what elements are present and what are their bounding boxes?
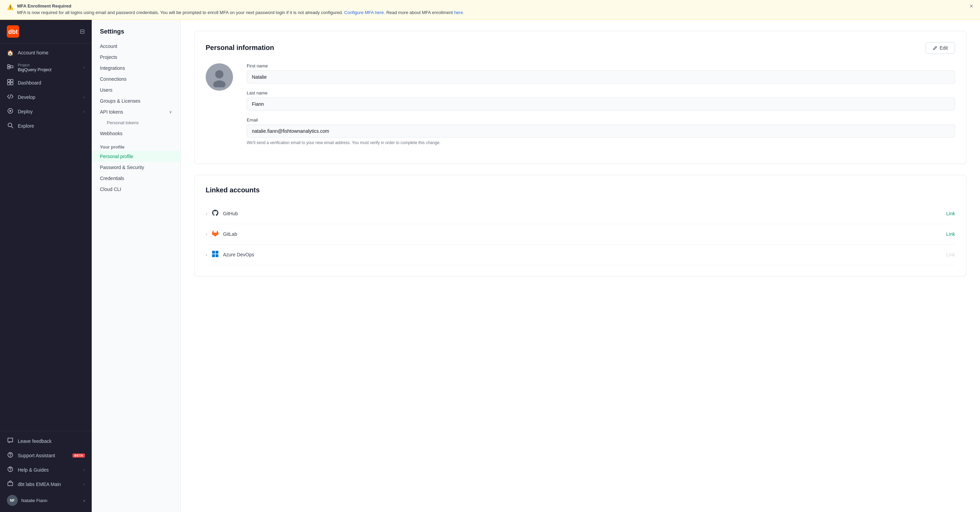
settings-nav-webhooks[interactable]: Webhooks (92, 128, 180, 139)
svg-rect-16 (8, 482, 13, 486)
content-area: Personal information Edit (181, 20, 980, 512)
sidebar-item-dashboard[interactable]: Dashboard (0, 76, 92, 90)
first-name-label: First name (247, 63, 955, 68)
sidebar-item-leave-feedback[interactable]: Leave feedback (0, 434, 92, 448)
avatar (206, 63, 233, 91)
last-name-field: Last name Fiann (247, 91, 955, 111)
chevron-right-icon: › (83, 482, 85, 487)
chevron-right-icon: › (83, 467, 85, 472)
settings-nav-projects[interactable]: Projects (92, 52, 180, 63)
azure-name: Azure DevOps (223, 252, 254, 258)
home-icon: 🏠 (7, 49, 14, 56)
sidebar-deploy-label: Deploy (18, 109, 80, 114)
sidebar-logo: dbt ⊟ (0, 20, 92, 43)
sidebar-support-label: Support Assistant (18, 453, 68, 458)
banner-here-link[interactable]: here. (454, 10, 465, 15)
chevron-down-icon: ∨ (169, 110, 172, 114)
settings-nav-credentials[interactable]: Credentials (92, 173, 180, 184)
settings-title: Settings (92, 28, 180, 41)
settings-nav-personal-tokens[interactable]: Personal tokens (92, 118, 180, 128)
sidebar-toggle-button[interactable]: ⊟ (80, 28, 85, 35)
chevron-right-icon[interactable]: › (206, 211, 207, 216)
mfa-banner: ⚠️ MFA Enrollment Required MFA is now re… (0, 0, 980, 20)
svg-text:dbt: dbt (8, 29, 18, 35)
last-name-label: Last name (247, 91, 955, 95)
last-name-value: Fiann (247, 97, 955, 111)
sidebar-navigation: 🏠 Account home Project BigQuery Project … (0, 43, 92, 431)
banner-close-button[interactable]: × (969, 3, 973, 10)
github-link-button[interactable]: Link (946, 211, 955, 216)
sidebar-item-dbt-labs[interactable]: dbt labs EMEA Main › (0, 477, 92, 491)
settings-sidebar: Settings Account Projects Integrations C… (92, 20, 181, 512)
svg-point-18 (213, 80, 226, 87)
personal-info-header: Personal information Edit (206, 42, 955, 54)
help-icon (7, 466, 14, 474)
svg-point-13 (10, 456, 11, 457)
settings-nav-cloud-cli[interactable]: Cloud CLI (92, 184, 180, 195)
settings-nav-connections[interactable]: Connections (92, 73, 180, 84)
azure-link-button: Link (946, 252, 955, 258)
settings-nav-integrations[interactable]: Integrations (92, 63, 180, 73)
svg-point-10 (8, 123, 12, 127)
project-icon (7, 64, 14, 71)
azure-devops-row: › Azure DevOps Link (206, 245, 955, 265)
sidebar: dbt ⊟ 🏠 Account home Project BigQuery Pr… (0, 20, 92, 512)
azure-devops-icon (212, 250, 219, 259)
linked-accounts-card: Linked accounts › GitHub Link (194, 175, 966, 277)
project-sublabel: Project (18, 63, 80, 67)
gitlab-row: › GitLab Link (206, 224, 955, 245)
sidebar-item-help-guides[interactable]: Help & Guides › (0, 463, 92, 477)
svg-point-17 (215, 70, 223, 78)
sidebar-item-project[interactable]: Project BigQuery Project › (0, 60, 92, 76)
chevron-right-icon[interactable]: › (206, 252, 207, 258)
settings-profile-section: Your profile (92, 139, 180, 151)
github-icon (212, 209, 219, 218)
settings-nav-api-tokens[interactable]: API tokens ∨ (92, 107, 180, 118)
svg-rect-5 (11, 80, 13, 82)
sidebar-item-account-home[interactable]: 🏠 Account home (0, 46, 92, 60)
svg-rect-21 (212, 254, 215, 257)
sidebar-feedback-label: Leave feedback (18, 439, 85, 444)
first-name-value: Natalie (247, 70, 955, 84)
svg-rect-4 (8, 80, 10, 82)
sidebar-item-develop[interactable]: Develop › (0, 90, 92, 104)
develop-icon (7, 94, 14, 101)
svg-line-8 (10, 94, 11, 99)
settings-nav-account[interactable]: Account (92, 41, 180, 52)
gitlab-name: GitLab (223, 231, 237, 237)
settings-nav-groups[interactable]: Groups & Licenses (92, 95, 180, 107)
org-icon (7, 480, 14, 488)
email-value: natalie.fiann@fishtownanalytics.com (247, 125, 955, 138)
svg-line-11 (12, 126, 13, 128)
explore-icon (7, 122, 14, 130)
settings-nav-password-security[interactable]: Password & Security (92, 162, 180, 173)
form-fields: First name Natalie Last name Fiann Email… (247, 63, 955, 153)
chevron-right-icon: › (83, 95, 85, 100)
dbt-logo: dbt (7, 25, 19, 38)
warning-icon: ⚠️ (7, 4, 14, 10)
svg-rect-1 (8, 65, 10, 67)
sidebar-explore-label: Explore (18, 123, 85, 129)
gitlab-link-button[interactable]: Link (946, 231, 955, 237)
project-name: BigQuery Project (18, 67, 80, 72)
svg-rect-6 (8, 83, 10, 85)
svg-rect-20 (216, 251, 218, 253)
sidebar-dashboard-label: Dashboard (18, 80, 85, 86)
settings-nav-users[interactable]: Users (92, 84, 180, 95)
sidebar-item-label: Account home (18, 50, 85, 56)
svg-rect-2 (8, 67, 10, 69)
banner-configure-link[interactable]: Configure MFA here. (344, 10, 385, 15)
github-name: GitHub (223, 211, 238, 216)
sidebar-user[interactable]: NF Natalie Fiann › (0, 491, 92, 509)
sidebar-item-support-assistant[interactable]: Support Assistant BETA (0, 448, 92, 463)
sidebar-item-deploy[interactable]: Deploy › (0, 104, 92, 119)
github-row: › GitHub Link (206, 204, 955, 224)
edit-button[interactable]: Edit (926, 42, 955, 54)
sidebar-item-explore[interactable]: Explore (0, 119, 92, 133)
feedback-icon (7, 437, 14, 445)
settings-nav-personal-profile[interactable]: Personal profile (92, 151, 180, 162)
chevron-right-icon[interactable]: › (206, 231, 207, 237)
email-field: Email natalie.fiann@fishtownanalytics.co… (247, 118, 955, 146)
banner-title: MFA Enrollment Required (17, 3, 966, 8)
linked-accounts-title: Linked accounts (206, 186, 260, 194)
